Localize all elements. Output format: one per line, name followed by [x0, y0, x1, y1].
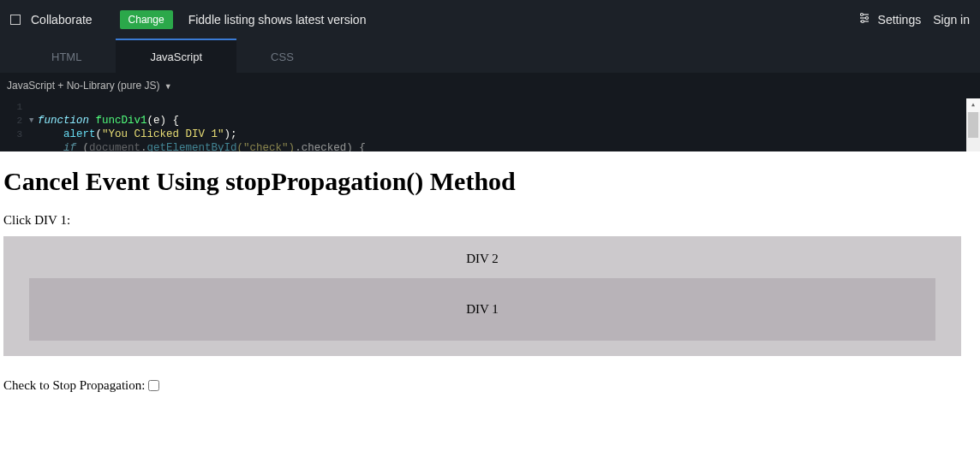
signin-link[interactable]: Sign in	[933, 13, 970, 27]
svg-point-5	[862, 20, 864, 22]
tab-javascript[interactable]: JavaScript	[116, 39, 236, 73]
code-line: if (document.getElementById("check").che…	[0, 141, 980, 151]
div-1-label: DIV 1	[466, 302, 499, 316]
div-2[interactable]: DIV 2 DIV 1	[3, 236, 961, 356]
scroll-thumb[interactable]	[968, 112, 978, 138]
collaborate-icon	[10, 15, 21, 25]
stop-propagation-checkbox[interactable]	[148, 380, 159, 391]
language-mode-label: JavaScript + No-Library (pure JS)	[7, 80, 159, 92]
line-number: 2	[0, 114, 29, 128]
svg-point-3	[861, 13, 863, 15]
stop-propagation-row: Check to Stop Propagation:	[2, 378, 978, 393]
editor-tabs: HTML JavaScript CSS	[0, 39, 980, 73]
sliders-icon	[858, 12, 870, 24]
code-line: 2 ▼ function funcDiv1(e) {	[0, 114, 980, 128]
caret-down-icon: ▼	[164, 82, 172, 91]
fold-toggle-icon[interactable]: ▼	[29, 114, 38, 128]
div-2-label: DIV 2	[29, 252, 935, 266]
code-line: 1	[0, 100, 980, 114]
click-div1-label: Click DIV 1:	[2, 213, 978, 228]
div-1[interactable]: DIV 1	[29, 278, 935, 341]
change-button[interactable]: Change	[120, 10, 173, 29]
svg-point-4	[866, 16, 869, 19]
line-number: 3	[0, 128, 29, 141]
line-number: 1	[0, 100, 29, 114]
preview-pane: Cancel Event Using stopPropagation() Met…	[0, 151, 980, 475]
language-mode-selector[interactable]: JavaScript + No-Library (pure JS) ▼	[7, 80, 172, 92]
code-line: 3 alert("You Clicked DIV 1");	[0, 128, 980, 141]
topbar: Collaborate Change Fiddle listing shows …	[0, 0, 980, 39]
settings-label: Settings	[878, 13, 922, 27]
editor-subbar: JavaScript + No-Library (pure JS) ▼	[0, 73, 980, 98]
fiddle-status-text: Fiddle listing shows latest version	[188, 13, 367, 27]
stop-propagation-label: Check to Stop Propagation:	[3, 378, 145, 393]
settings-link[interactable]: Settings	[858, 12, 921, 27]
scroll-up-icon[interactable]: ▴	[966, 98, 980, 112]
vertical-scrollbar[interactable]: ▴	[966, 98, 980, 151]
preview-heading: Cancel Event Using stopPropagation() Met…	[2, 167, 978, 196]
topbar-left: Collaborate Change Fiddle listing shows …	[10, 10, 366, 29]
tab-html[interactable]: HTML	[17, 39, 116, 73]
tab-css[interactable]: CSS	[236, 39, 328, 73]
code-editor[interactable]: 1 2 ▼ function funcDiv1(e) { 3 alert("Yo…	[0, 98, 980, 151]
collaborate-label[interactable]: Collaborate	[31, 13, 93, 27]
topbar-right: Settings Sign in	[858, 12, 970, 27]
